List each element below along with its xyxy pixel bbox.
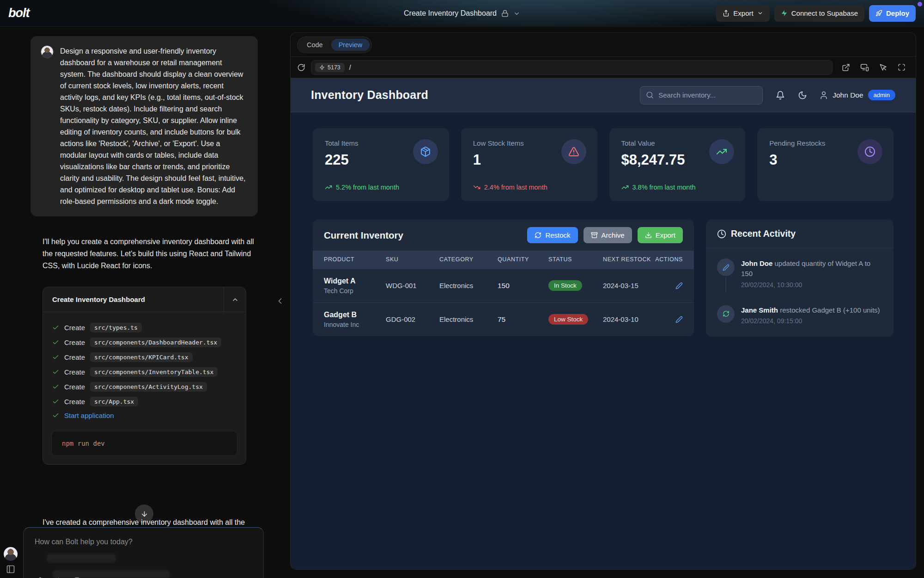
chat-input-placeholder: How can Bolt help you today? [35,538,252,546]
package-icon [413,139,438,164]
preview-frame: Inventory Dashboard Search inventory... [291,78,916,569]
port-chip[interactable]: 5173 [315,63,345,72]
artifact-title: Create Inventory Dashboard [43,287,224,312]
inspector-cursor-icon[interactable] [879,63,888,72]
pencil-icon [717,258,735,276]
rocket-icon [875,10,882,17]
user-menu[interactable]: John Doe [819,91,863,100]
restock-label: Restock [545,231,570,239]
assistant-outro-text: I've created a comprehensive inventory d… [43,518,260,527]
trending-up-icon [325,184,332,191]
next-restock-cell: 2024-03-15 [603,282,651,289]
user-message: Design a responsive and user-friendly in… [30,36,258,216]
responsive-devices-icon[interactable] [860,63,869,72]
collapse-artifact-button[interactable] [224,287,246,312]
restock-button[interactable]: Restock [527,227,578,243]
status-badge: Low Stock [548,314,588,325]
url-path: / [349,64,351,71]
table-header-row: PRODUCT SKU CATEGORY QUANTITY STATUS NEX… [313,251,694,269]
search-placeholder: Search inventory... [658,91,716,99]
project-title-menu[interactable]: Create Inventory Dashboard [404,0,520,27]
search-input[interactable]: Search inventory... [640,86,763,105]
collapse-chat-button[interactable] [275,296,285,306]
kpi-low-stock: Low Stock Items 1 2.4% from last month [461,128,597,201]
edit-row-button[interactable] [651,316,683,323]
activity-user: Jane Smith [741,306,778,314]
step-action: Create [64,353,85,361]
column-category: CATEGORY [439,256,498,264]
share-icon [723,10,729,17]
url-input[interactable]: 5173 / [311,60,833,75]
chevron-down-icon [757,10,763,16]
step-row: Create src/types.ts [52,323,237,332]
recent-activity-card: Recent Activity John Doe updated quantit… [706,220,894,337]
activity-item: John Doe updated quantity of Widget A to… [717,258,882,289]
file-chip[interactable]: src/components/KPICard.tsx [90,352,193,362]
status-badge: In Stock [548,280,582,291]
activity-timestamp: 20/02/2024, 09:15:00 [741,317,880,325]
file-chip[interactable]: src/App.tsx [90,397,138,406]
tab-preview[interactable]: Preview [331,39,370,51]
archive-button[interactable]: Archive [584,227,632,243]
workbench-panel: Code Preview 5173 / [290,32,916,570]
file-chip[interactable]: src/components/InventoryTable.tsx [90,367,218,377]
redacted-text [47,553,116,563]
supabase-label: Connect to Supabase [791,9,858,17]
kpi-total-value: Total Value $8,247.75 3.8% from last mon… [609,128,746,201]
tab-code[interactable]: Code [299,39,330,51]
check-icon [52,354,59,361]
supabase-bolt-icon [781,10,788,17]
quantity-cell[interactable]: 75 [498,315,548,324]
dashboard-title: Inventory Dashboard [311,88,428,102]
dashboard-header: Inventory Dashboard Search inventory... [291,78,916,112]
bolt-logo[interactable]: bolt [8,6,29,20]
fullscreen-icon[interactable] [898,63,906,71]
refresh-icon [535,232,541,239]
terminal-command: npm run dev [51,431,237,456]
column-quantity: QUANTITY [498,256,548,264]
deploy-button[interactable]: Deploy [869,5,916,22]
preview-url-bar: 5173 / [291,57,916,78]
product-name: Gadget B [324,311,386,319]
trending-down-icon [473,184,480,191]
column-status: STATUS [548,256,603,264]
account-avatar[interactable] [4,547,18,561]
chat-panel: Design a responsive and user-friendly in… [0,27,290,578]
trending-up-icon [621,184,629,191]
kpi-trend-text: 3.8% from last month [632,184,696,191]
step-row: Create src/App.tsx [52,397,237,406]
chevron-down-icon[interactable] [513,10,520,17]
bell-icon[interactable] [776,91,785,100]
command-args: run dev [78,440,105,447]
kpi-cards: Total Items 225 5.2% from last month Low… [313,128,894,201]
archive-label: Archive [602,231,625,239]
open-in-new-tab-icon[interactable] [842,63,850,72]
reload-icon[interactable] [297,63,305,72]
start-application-link[interactable]: Start application [64,412,114,419]
file-chip[interactable]: src/components/ActivityLog.tsx [90,382,207,392]
dark-mode-toggle-icon[interactable] [798,91,807,100]
role-badge: admin [868,90,895,100]
quantity-cell[interactable]: 150 [498,282,548,290]
refresh-icon [717,305,735,323]
step-row: Create src/components/DashboardHeader.ts… [52,338,237,347]
sku-cell: GDG-002 [386,315,439,323]
export-button[interactable]: Export [716,5,769,22]
column-sku: SKU [386,256,439,264]
check-icon [52,369,59,375]
export-csv-button[interactable]: Export [638,227,683,243]
port-number: 5173 [328,64,340,71]
download-icon [645,232,652,239]
sidebar-toggle-icon[interactable] [6,565,15,574]
next-restock-cell: 2024-03-10 [603,315,651,323]
edit-row-button[interactable] [651,282,683,289]
check-icon [52,324,59,331]
clock-icon [857,139,882,164]
artifact-card: Create Inventory Dashboard Create src/ty… [43,287,246,465]
file-chip[interactable]: src/components/DashboardHeader.tsx [90,338,221,347]
chat-input-box[interactable]: How can Bolt help you today? [23,527,264,578]
assistant-intro-text: I'll help you create a comprehensive inv… [43,236,255,272]
connect-supabase-button[interactable]: Connect to Supabase [774,5,864,22]
archive-icon [591,232,598,239]
file-chip[interactable]: src/types.ts [90,323,142,332]
